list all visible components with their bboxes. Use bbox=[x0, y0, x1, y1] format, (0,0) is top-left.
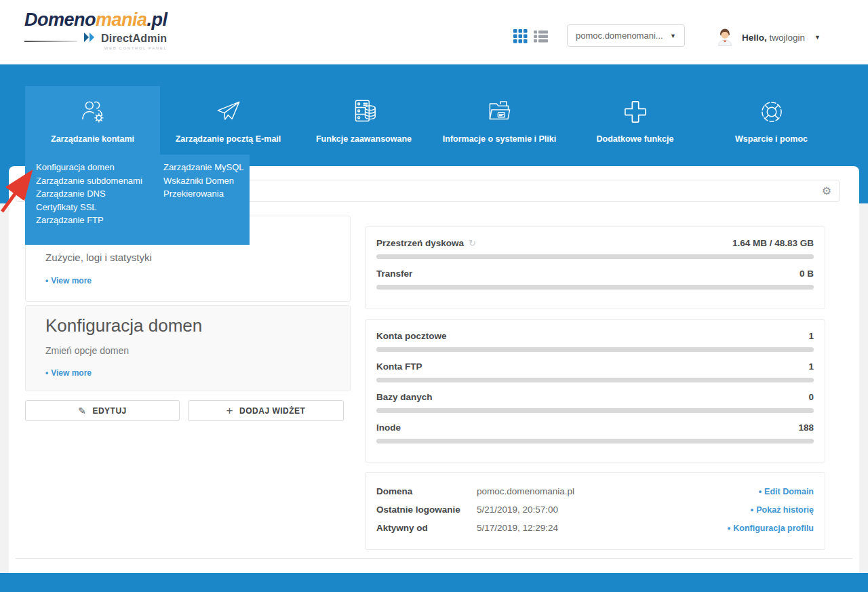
domain-config-title: Konfiguracja domen bbox=[45, 315, 202, 336]
show-history-label: Pokaż historię bbox=[756, 505, 814, 515]
greeting-word: Hello, bbox=[742, 33, 767, 43]
inode-value: 188 bbox=[798, 422, 814, 433]
user-greeting: Hello, twojlogin bbox=[742, 33, 805, 43]
view-toggle bbox=[513, 29, 548, 43]
email-accounts-progressbar bbox=[376, 347, 814, 352]
list-view-icon[interactable] bbox=[534, 29, 548, 43]
bullet-icon: • bbox=[728, 524, 730, 533]
transfer-stat: Transfer 0 B bbox=[376, 269, 814, 290]
menu-item-redirects[interactable]: Przekierowania bbox=[163, 187, 244, 201]
bullet-icon: • bbox=[45, 368, 48, 378]
account-management-dropdown: Konfiguracja domen Zarządzanie subdomena… bbox=[25, 155, 250, 245]
profile-config-link[interactable]: •Konfiguracja profilu bbox=[728, 524, 814, 533]
add-widget-button[interactable]: + DODAJ WIDŻET bbox=[188, 400, 344, 421]
nav-item-advanced-features[interactable]: Funkcje zaawansowane bbox=[296, 86, 431, 163]
folder-files-icon bbox=[432, 86, 567, 128]
lifebuoy-icon bbox=[704, 86, 839, 128]
menu-item-dns-management[interactable]: Zarządzanie DNS bbox=[36, 187, 163, 201]
bullet-icon: • bbox=[759, 487, 762, 496]
ftp-accounts-progressbar bbox=[376, 378, 814, 382]
avatar bbox=[715, 26, 735, 49]
menu-item-mysql-management[interactable]: Zarządzanie MySQL bbox=[163, 161, 244, 174]
domain-config-subtitle: Zmień opcje domen bbox=[45, 345, 129, 356]
bullet-icon: • bbox=[45, 276, 48, 285]
domain-selector-dropdown[interactable]: pomoc.domenomani... ▼ bbox=[567, 24, 685, 47]
view-more-link[interactable]: •View more bbox=[45, 276, 92, 285]
databases-value: 0 bbox=[808, 392, 814, 402]
server-database-icon bbox=[296, 86, 431, 128]
nav-item-account-management[interactable]: Zarządzanie kontami bbox=[25, 86, 160, 163]
nav-label: Dodatkowe funkcje bbox=[568, 134, 703, 144]
nav-label: Informacje o systemie i Pliki bbox=[432, 134, 567, 144]
gear-icon[interactable]: ⚙ bbox=[822, 186, 831, 197]
plus-icon: + bbox=[226, 405, 233, 416]
nav-item-additional-functions[interactable]: Dodatkowe funkcje bbox=[568, 86, 703, 163]
menu-item-ftp-management[interactable]: Zarządzanie FTP bbox=[36, 214, 163, 227]
user-menu[interactable]: Hello, twojlogin ▼ bbox=[715, 26, 821, 49]
email-accounts-label: Konta pocztowe bbox=[376, 331, 447, 341]
disk-space-value: 1.64 MB / 48.83 GB bbox=[732, 238, 814, 248]
disk-space-stat: Przestrzeń dyskowa↻ 1.64 MB / 48.83 GB bbox=[376, 238, 814, 259]
domain-config-card: Konfiguracja domen Zmień opcje domen •Vi… bbox=[25, 305, 351, 391]
nav-item-system-info-files[interactable]: Informacje o systemie i Pliki bbox=[432, 86, 567, 163]
add-widget-button-label: DODAJ WIDŻET bbox=[239, 406, 305, 416]
chevron-down-icon: ▼ bbox=[670, 33, 676, 39]
inode-progressbar bbox=[376, 439, 814, 443]
edit-button-label: EDYTUJ bbox=[92, 406, 126, 416]
show-history-link[interactable]: •Pokaż historię bbox=[751, 505, 814, 515]
disk-space-label: Przestrzeń dyskowa bbox=[376, 238, 464, 248]
account-counts-card: Konta pocztowe 1 Konta FTP 1 Bazy danych… bbox=[365, 319, 825, 462]
footer-bar bbox=[0, 573, 868, 592]
page: Domenomania.pl DirectAdmin WEB CONTROL P… bbox=[0, 0, 868, 592]
nav-label: Funkcje zaawansowane bbox=[296, 134, 431, 144]
ftp-accounts-label: Konta FTP bbox=[376, 361, 422, 372]
view-more-link[interactable]: •View more bbox=[45, 368, 92, 378]
email-accounts-value: 1 bbox=[808, 331, 814, 341]
disk-space-progressbar bbox=[376, 254, 814, 259]
ftp-accounts-value: 1 bbox=[808, 361, 814, 372]
ftp-accounts-stat: Konta FTP 1 bbox=[376, 361, 814, 382]
databases-label: Bazy danych bbox=[376, 392, 433, 402]
databases-stat: Bazy danych 0 bbox=[376, 392, 814, 413]
domain-info-card: Domena pomoc.domenomania.pl •Edit Domain… bbox=[365, 472, 825, 550]
chevron-down-icon: ▼ bbox=[814, 34, 821, 41]
brand-name: Domenomania.pl bbox=[24, 9, 167, 31]
red-annotation-arrow-icon bbox=[0, 167, 39, 216]
menu-item-domain-setup[interactable]: Konfiguracja domen bbox=[36, 161, 163, 174]
menu-item-ssl-certificates[interactable]: Certyfikaty SSL bbox=[36, 201, 163, 214]
refresh-icon[interactable]: ↻ bbox=[469, 238, 476, 248]
directadmin-caption: WEB CONTROL PANEL bbox=[83, 46, 167, 50]
last-login-row: Ostatnie logowanie 5/21/2019, 20:57:00 •… bbox=[376, 505, 814, 515]
brand-logo[interactable]: Domenomania.pl DirectAdmin WEB CONTROL P… bbox=[24, 9, 167, 50]
menu-item-subdomain-management[interactable]: Zarządzanie subdomenami bbox=[36, 174, 163, 188]
section-divider bbox=[16, 558, 852, 559]
active-since-label: Aktywny od bbox=[376, 523, 471, 533]
inode-stat: Inode 188 bbox=[376, 422, 814, 443]
brand-part-3: .pl bbox=[147, 9, 167, 30]
transfer-progressbar bbox=[376, 285, 814, 290]
view-more-label: View more bbox=[51, 276, 92, 285]
email-accounts-stat: Konta pocztowe 1 bbox=[376, 331, 814, 352]
nav-label: Wsparcie i pomoc bbox=[704, 134, 839, 144]
edit-domain-link[interactable]: •Edit Domain bbox=[759, 487, 814, 496]
nav-item-support-help[interactable]: Wsparcie i pomoc bbox=[704, 86, 839, 163]
directadmin-label: DirectAdmin bbox=[101, 33, 167, 45]
menu-item-domain-pointers[interactable]: Wskaźniki Domen bbox=[163, 174, 244, 188]
active-since-value: 5/17/2019, 12:29:24 bbox=[471, 523, 728, 533]
nav-label: Zarządzanie kontami bbox=[25, 134, 160, 144]
inode-label: Inode bbox=[376, 422, 401, 433]
transfer-label: Transfer bbox=[376, 269, 412, 279]
nav-item-email-management[interactable]: Zarządzanie pocztą E-mail bbox=[161, 86, 296, 163]
bullet-icon: • bbox=[751, 505, 753, 515]
usage-card-subtitle: Zużycie, logi i statystyki bbox=[45, 252, 152, 263]
paper-plane-icon bbox=[161, 86, 296, 128]
brand-part-2: mania bbox=[96, 9, 147, 30]
active-since-row: Aktywny od 5/17/2019, 12:29:24 •Konfigur… bbox=[376, 523, 814, 533]
plus-icon bbox=[568, 86, 703, 128]
grid-view-icon[interactable] bbox=[513, 29, 528, 43]
domain-value: pomoc.domenomania.pl bbox=[471, 486, 759, 496]
username: twojlogin bbox=[770, 33, 806, 43]
logo-divider-line bbox=[24, 41, 77, 42]
edit-button[interactable]: ✎ EDYTUJ bbox=[25, 400, 180, 421]
view-more-label: View more bbox=[51, 368, 92, 378]
